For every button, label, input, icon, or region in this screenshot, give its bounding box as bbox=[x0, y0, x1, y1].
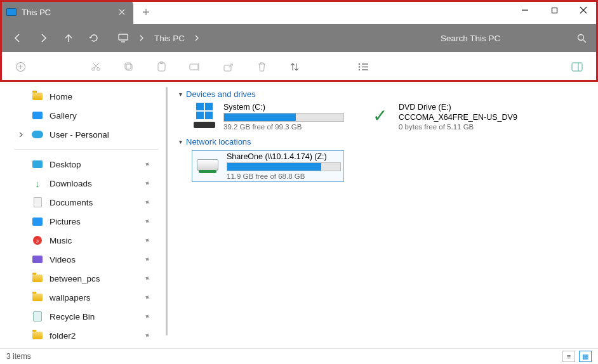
sort-button[interactable] bbox=[289, 62, 300, 72]
tab-close-button[interactable] bbox=[117, 7, 127, 17]
sidebar-item-label: User - Personal bbox=[50, 130, 109, 140]
copy-button[interactable] bbox=[124, 62, 134, 72]
sidebar-item-label: between_pcs bbox=[50, 274, 100, 283]
group-title: Devices and drives bbox=[186, 89, 256, 99]
svg-rect-15 bbox=[572, 63, 582, 71]
svg-point-12 bbox=[359, 63, 361, 65]
maximize-button[interactable] bbox=[540, 0, 569, 20]
breadcrumb[interactable]: This PC bbox=[118, 34, 428, 43]
sidebar-item-user[interactable]: User - Personal bbox=[10, 125, 163, 144]
new-tab-button[interactable] bbox=[133, 0, 159, 24]
drive-dvd-e[interactable]: ✓ DVD Drive (E:) CCCOMA_X64FRE_EN-US_DV9… bbox=[367, 103, 519, 131]
pin-icon: ✦ bbox=[142, 159, 151, 169]
sidebar-item-videos[interactable]: Videos✦ bbox=[10, 250, 163, 269]
minimize-button[interactable] bbox=[510, 0, 540, 20]
share-button[interactable] bbox=[223, 62, 234, 72]
search-placeholder: Search This PC bbox=[441, 34, 500, 43]
svg-point-14 bbox=[359, 68, 361, 70]
drive-free-text: 11.9 GB free of 68.8 GB bbox=[227, 172, 341, 180]
tiles-view-button[interactable]: ▦ bbox=[579, 351, 592, 362]
details-pane-button[interactable] bbox=[571, 62, 583, 72]
sidebar-item-pictures[interactable]: Pictures✦ bbox=[10, 212, 163, 231]
navigation-sidebar: Home Gallery User - Personal Desktop✦ ↓D… bbox=[0, 82, 169, 348]
pin-icon: ✦ bbox=[142, 197, 151, 207]
new-item-button[interactable] bbox=[15, 62, 26, 72]
up-button[interactable] bbox=[62, 32, 75, 44]
pin-icon: ✦ bbox=[142, 178, 151, 188]
sidebar-item-folder2[interactable]: folder2✦ bbox=[10, 326, 163, 345]
svg-point-4 bbox=[92, 68, 95, 71]
drive-shareone-z[interactable]: ShareOne (\\10.1.4.174) (Z:) 11.9 GB fre… bbox=[192, 150, 344, 182]
paste-button[interactable] bbox=[157, 62, 166, 72]
sidebar-item-desktop[interactable]: Desktop✦ bbox=[10, 155, 163, 174]
drive-free-text: 39.2 GB free of 99.3 GB bbox=[223, 123, 344, 131]
sidebar-item-documents[interactable]: Documents✦ bbox=[10, 193, 163, 212]
details-view-button[interactable]: ≡ bbox=[562, 351, 575, 362]
dvd-icon: ✓ bbox=[367, 103, 392, 128]
drive-volume-label: CCCOMA_X64FRE_EN-US_DV9 bbox=[399, 113, 519, 122]
main-content: ▾ Devices and drives System (C:) 39.2 GB… bbox=[169, 82, 598, 348]
sidebar-item-label: Home bbox=[50, 92, 72, 101]
search-icon bbox=[577, 34, 587, 43]
svg-point-5 bbox=[97, 68, 100, 71]
pin-icon: ✦ bbox=[142, 254, 151, 264]
view-button[interactable] bbox=[358, 63, 369, 71]
sidebar-item-downloads[interactable]: ↓Downloads✦ bbox=[10, 174, 163, 193]
sidebar-item-between-pcs[interactable]: between_pcs✦ bbox=[10, 269, 163, 288]
chevron-down-icon: ▾ bbox=[179, 91, 182, 98]
svg-rect-0 bbox=[552, 8, 557, 13]
drive-name: DVD Drive (E:) bbox=[399, 103, 519, 112]
tab-this-pc[interactable]: This PC bbox=[0, 0, 133, 24]
pin-icon: ✦ bbox=[142, 311, 151, 322]
sidebar-item-label: Downloads bbox=[50, 179, 92, 188]
group-network-header[interactable]: ▾ Network locations bbox=[179, 137, 585, 146]
svg-point-2 bbox=[578, 34, 584, 40]
address-bar: This PC Search This PC bbox=[0, 24, 598, 52]
drive-name: ShareOne (\\10.1.4.174) (Z:) bbox=[227, 152, 341, 161]
command-toolbar bbox=[0, 52, 598, 82]
sidebar-item-recycle-bin[interactable]: Recycle Bin✦ bbox=[10, 307, 163, 326]
pin-icon: ✦ bbox=[142, 273, 151, 283]
group-title: Network locations bbox=[186, 137, 251, 146]
back-button[interactable] bbox=[11, 32, 24, 44]
sidebar-item-wallpapers[interactable]: wallpapers✦ bbox=[10, 288, 163, 307]
sidebar-item-label: Desktop bbox=[50, 160, 81, 169]
sidebar-item-home[interactable]: Home bbox=[10, 87, 163, 106]
cut-button[interactable] bbox=[91, 62, 101, 72]
pin-icon: ✦ bbox=[142, 330, 151, 341]
breadcrumb-location[interactable]: This PC bbox=[154, 34, 185, 43]
drive-icon bbox=[192, 103, 217, 128]
chevron-right-icon bbox=[195, 35, 199, 41]
refresh-button[interactable] bbox=[88, 32, 100, 44]
rename-button[interactable] bbox=[189, 62, 201, 72]
chevron-right-icon[interactable] bbox=[17, 132, 25, 138]
chevron-down-icon: ▾ bbox=[179, 138, 182, 145]
sidebar-item-label: Music bbox=[50, 236, 72, 245]
svg-rect-1 bbox=[119, 34, 128, 40]
network-drive-icon bbox=[195, 152, 220, 178]
search-box[interactable]: Search This PC bbox=[441, 34, 587, 43]
drive-usage-bar bbox=[223, 113, 344, 122]
chevron-right-icon bbox=[140, 35, 144, 41]
sidebar-item-label: Recycle Bin bbox=[50, 312, 95, 322]
sidebar-item-label: Documents bbox=[50, 198, 93, 207]
drive-free-text: 0 bytes free of 5.11 GB bbox=[399, 123, 519, 131]
tab-title: This PC bbox=[22, 8, 112, 17]
sidebar-item-gallery[interactable]: Gallery bbox=[10, 106, 163, 125]
sidebar-item-label: wallpapers bbox=[50, 293, 91, 302]
close-window-button[interactable] bbox=[569, 0, 598, 20]
title-bar: This PC bbox=[0, 0, 598, 24]
sidebar-item-label: Pictures bbox=[50, 217, 81, 226]
drive-system-c[interactable]: System (C:) 39.2 GB free of 99.3 GB bbox=[192, 103, 344, 131]
pin-icon: ✦ bbox=[142, 235, 151, 245]
drive-usage-bar bbox=[227, 162, 341, 171]
pin-icon: ✦ bbox=[142, 216, 151, 226]
status-item-count: 3 items bbox=[6, 352, 31, 361]
delete-button[interactable] bbox=[257, 62, 267, 72]
monitor-icon bbox=[118, 34, 128, 42]
forward-button[interactable] bbox=[37, 32, 50, 44]
svg-rect-10 bbox=[190, 64, 198, 70]
group-devices-header[interactable]: ▾ Devices and drives bbox=[179, 89, 585, 99]
pin-icon: ✦ bbox=[142, 292, 151, 302]
sidebar-item-music[interactable]: ♪Music✦ bbox=[10, 231, 163, 250]
